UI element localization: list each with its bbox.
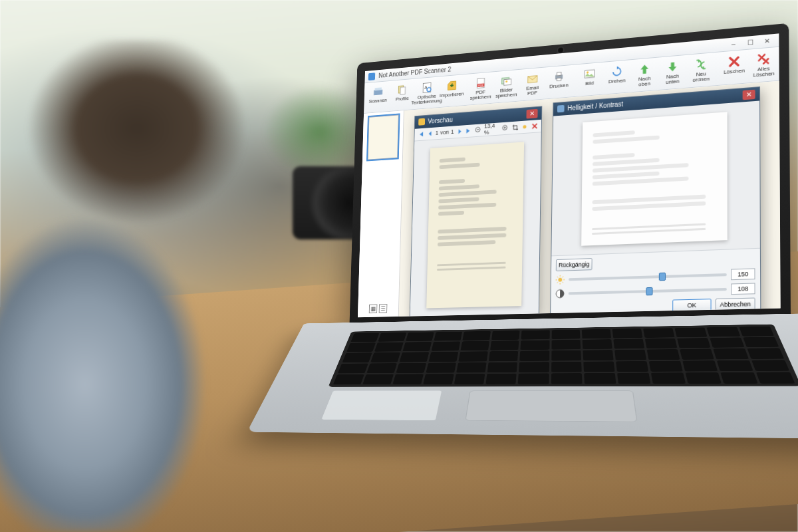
images-icon (500, 74, 513, 88)
page-total: 1 (451, 129, 454, 136)
svg-text:PDF: PDF (478, 83, 483, 87)
person-silhouette (0, 40, 293, 532)
close-button[interactable]: ✕ (759, 35, 775, 46)
move-up-button[interactable]: Nach oben (631, 60, 658, 90)
rotate-icon (610, 65, 624, 78)
image-button[interactable]: Bild (577, 65, 602, 90)
next-page-icon[interactable] (456, 127, 464, 136)
import-button[interactable]: Importieren (440, 76, 464, 100)
laptop-keyboard (329, 325, 798, 387)
svg-rect-11 (504, 79, 511, 86)
reorder-button[interactable]: Neu ordnen (688, 55, 715, 86)
preview-body[interactable] (410, 132, 541, 317)
scanned-page-preview (426, 142, 524, 307)
zoom-value: 13,4 % (484, 122, 500, 136)
zoom-out-icon[interactable] (474, 125, 482, 134)
svg-rect-3 (400, 87, 406, 94)
first-page-icon[interactable] (417, 130, 425, 139)
save-images-button[interactable]: Bilder speichern (494, 72, 519, 102)
preview-delete-icon[interactable] (531, 121, 539, 130)
brightness-slider-thumb[interactable] (659, 272, 666, 281)
bc-dialog-title: Helligkeit / Kontrast (567, 100, 623, 112)
delete-all-button[interactable]: Alles Löschen (749, 49, 778, 81)
bc-button-row: OK Abbrechen (555, 297, 755, 314)
page-separator: von (440, 129, 449, 136)
minimize-button[interactable]: – (726, 39, 741, 49)
svg-rect-16 (557, 78, 561, 81)
contrast-slider-row: 108 (555, 283, 755, 299)
bc-close-button[interactable]: ✕ (743, 89, 755, 100)
cancel-button[interactable]: Abbrechen (716, 297, 755, 311)
toolbar-separator (466, 78, 467, 102)
preview-dialog-icon (418, 118, 425, 126)
brightness-contrast-dialog: Helligkeit / Kontrast ✕ (550, 86, 761, 317)
laptop-keyboard-deck (247, 313, 798, 440)
svg-rect-17 (585, 70, 595, 78)
bc-dialog-icon (557, 105, 565, 112)
laptop-screen-bezel: Not Another PDF Scanner 2 – ☐ ✕ Scannen (349, 23, 791, 329)
last-page-icon[interactable] (465, 126, 473, 136)
contrast-value[interactable]: 108 (731, 283, 755, 295)
page-current: 1 (436, 130, 439, 136)
laptop-screen: Not Another PDF Scanner 2 – ☐ ✕ Scannen (358, 33, 781, 317)
bc-preview-page (581, 112, 728, 245)
app-window: Not Another PDF Scanner 2 – ☐ ✕ Scannen (358, 33, 781, 317)
scan-button[interactable]: Scannen (366, 83, 390, 106)
webcam (558, 47, 563, 53)
preview-dialog: Vorschau ✕ 1 von 1 (410, 106, 543, 317)
mail-icon (526, 72, 539, 86)
print-button[interactable]: Drucken (546, 67, 572, 92)
maximize-button[interactable]: ☐ (742, 37, 757, 48)
delete-icon (728, 55, 741, 69)
page-thumbnail[interactable] (367, 114, 398, 160)
save-pdf-button[interactable]: PDF PDF speichern (468, 74, 493, 103)
thumbnail-strip: ▦ ☰ (358, 110, 404, 317)
list-view-icon[interactable]: ☰ (379, 304, 388, 313)
ocr-button[interactable]: A Optische Texterkennung (415, 78, 439, 108)
delete-all-icon (757, 52, 771, 66)
reorder-icon (694, 57, 708, 72)
scanner-icon (372, 85, 384, 98)
prev-page-icon[interactable] (426, 129, 434, 138)
undo-button[interactable]: Rückgängig (556, 258, 593, 271)
brightness-value[interactable]: 150 (731, 268, 755, 280)
laptop: Not Another PDF Scanner 2 – ☐ ✕ Scannen (320, 19, 798, 532)
svg-point-25 (558, 277, 562, 281)
arrow-up-icon (638, 62, 651, 76)
contrast-icon (555, 289, 565, 298)
email-pdf-button[interactable]: Email PDF (520, 69, 545, 99)
ocr-icon: A (421, 81, 433, 94)
svg-rect-15 (557, 72, 561, 75)
contrast-slider-thumb[interactable] (646, 287, 652, 296)
palm-rest-sticker (321, 390, 442, 420)
delete-button[interactable]: Löschen (720, 52, 748, 78)
pdf-icon: PDF (475, 76, 487, 90)
thumbnail-view-toggles: ▦ ☰ (369, 304, 388, 313)
preview-close-button[interactable]: ✕ (526, 109, 537, 119)
move-down-button[interactable]: Nach unten (659, 57, 686, 88)
zoom-in-icon[interactable] (501, 124, 509, 133)
print-icon (553, 70, 565, 84)
profiles-icon (396, 83, 408, 96)
canvas-area: Vorschau ✕ 1 von 1 (399, 80, 781, 317)
app-icon (368, 72, 376, 80)
bc-footer: Rückgängig (551, 248, 760, 318)
svg-point-24 (523, 125, 527, 129)
picture-icon (583, 67, 597, 81)
brightness-icon[interactable] (521, 122, 529, 131)
ok-button[interactable]: OK (672, 299, 711, 312)
contrast-slider[interactable] (569, 288, 727, 295)
grid-view-icon[interactable]: ▦ (369, 305, 378, 314)
import-icon (446, 79, 458, 92)
trackpad (465, 390, 637, 422)
bc-body (551, 100, 760, 255)
crop-icon[interactable] (511, 122, 519, 132)
window-controls: – ☐ ✕ (726, 35, 775, 49)
sun-icon (556, 275, 565, 284)
brightness-slider-row: 150 (555, 268, 755, 285)
arrow-down-icon (666, 60, 679, 74)
preview-dialog-title: Vorschau (428, 116, 453, 125)
brightness-slider[interactable] (569, 273, 727, 281)
workspace: ▦ ☰ Vorschau ✕ (358, 80, 781, 317)
rotate-button[interactable]: Drehen (604, 62, 630, 87)
